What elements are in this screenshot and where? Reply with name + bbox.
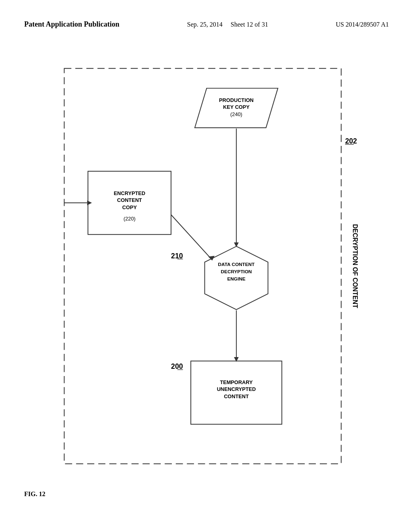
encrypted-label-2: CONTENT (117, 197, 142, 203)
temp-label-3: CONTENT (224, 393, 249, 399)
production-label-2: KEY COPY (223, 104, 250, 110)
page-header: Patent Application Publication Sep. 25, … (0, 19, 413, 30)
arrow-prod-head (234, 242, 239, 247)
figure-caption: FIG. 12 (24, 490, 45, 498)
temporary-content-shape (191, 361, 282, 424)
diagram-area: DECRYPTION OF CONTENT 202 PRODUCTION KEY… (40, 64, 389, 480)
label-202: 202 (345, 137, 357, 145)
sheet-info: Sheet 12 of 31 (231, 21, 268, 28)
encrypted-label-3: COPY (122, 204, 137, 210)
temp-label-2: UNENCRYPTED (217, 386, 256, 392)
production-label-1: PRODUCTION (219, 97, 254, 103)
label-210: 210 (171, 252, 183, 260)
arrow-in-head (87, 200, 92, 205)
publication-meta: Sep. 25, 2014 Sheet 12 of 31 (187, 19, 268, 30)
encrypted-label-220: (220) (123, 216, 136, 222)
publication-date: Sep. 25, 2014 (187, 21, 223, 28)
encrypted-label-1: ENCRYPTED (114, 190, 145, 196)
temp-label-1: TEMPORARY (220, 379, 252, 385)
engine-label-3: ENGINE (227, 276, 245, 281)
publication-title: Patent Application Publication (24, 19, 119, 29)
engine-label-1: DATA CONTENT (218, 262, 255, 267)
production-label-240: (240) (230, 111, 242, 117)
patent-diagram: DECRYPTION OF CONTENT 202 PRODUCTION KEY… (40, 64, 389, 480)
side-label: DECRYPTION OF CONTENT (352, 224, 359, 308)
label-200: 200 (171, 362, 183, 370)
engine-label-2: DECRYPTION (221, 269, 252, 274)
patent-number: US 2014/289507 A1 (336, 19, 389, 30)
